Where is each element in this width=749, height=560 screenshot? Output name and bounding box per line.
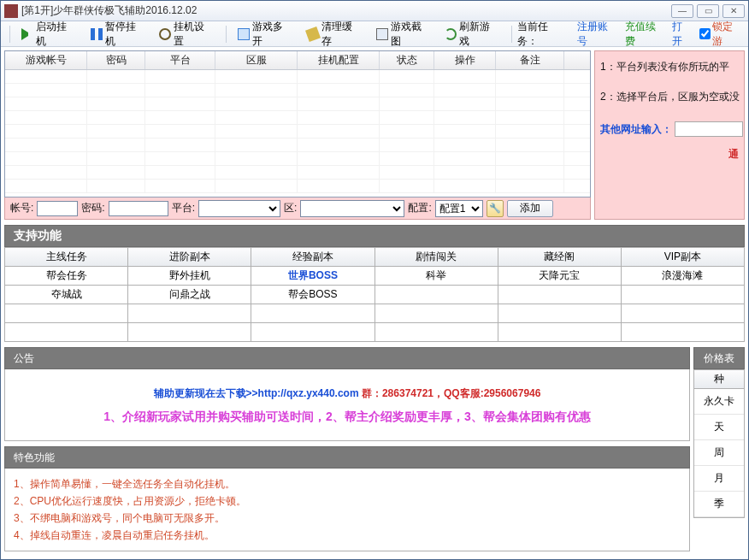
price-row: 周 xyxy=(694,440,744,466)
feature-cell: VIP副本 xyxy=(622,248,745,267)
price-header: 价格表 xyxy=(693,347,745,369)
column-header[interactable]: 游戏帐号 xyxy=(5,51,87,69)
close-button[interactable]: ✕ xyxy=(722,4,745,18)
feature-cell xyxy=(375,286,498,304)
feature-cell xyxy=(5,304,128,323)
refresh-icon xyxy=(445,28,457,40)
support-grid: 主线任务进阶副本经验副本剧情闯关藏经阁VIP副本帮会任务野外挂机世界BOSS科举… xyxy=(4,247,745,342)
maximize-button[interactable]: ▭ xyxy=(697,4,719,18)
column-header[interactable]: 操作 xyxy=(434,51,496,69)
feature-cell xyxy=(375,304,498,323)
feature-cell: 夺城战 xyxy=(5,286,128,304)
price-table: 种永久卡天周月季 xyxy=(693,369,745,518)
hint-pass: 通 xyxy=(600,147,739,162)
feature-cell xyxy=(622,304,745,323)
feature-cell xyxy=(5,323,128,342)
column-header[interactable]: 备注 xyxy=(496,51,564,69)
add-button[interactable]: 添加 xyxy=(507,200,553,217)
hint-1: 1：平台列表没有你所玩的平 xyxy=(600,60,739,74)
feature-cell xyxy=(128,304,251,323)
feature-cell: 问鼎之战 xyxy=(128,286,251,304)
features-body: 1、操作简单易懂，一键全选任务全自动化挂机。2、CPU优化运行速度快，占用资源少… xyxy=(4,469,690,551)
feature-cell xyxy=(498,286,622,304)
toolbar: 启动挂机 暂停挂机 挂机设置 游戏多开 清理缓存 游戏截图 刷新游戏 当前任务：… xyxy=(1,21,748,47)
price-row: 月 xyxy=(694,466,744,492)
price-row: 天 xyxy=(694,415,744,440)
settings-button[interactable]: 挂机设置 xyxy=(153,16,221,52)
start-button[interactable]: 启动挂机 xyxy=(15,16,83,52)
support-header: 支持功能 xyxy=(4,225,745,247)
column-header[interactable]: 平台 xyxy=(145,51,215,69)
feature-cell: 浪漫海滩 xyxy=(622,267,745,286)
feature-cell: 世界BOSS xyxy=(251,267,374,286)
hint-panel: 1：平台列表没有你所玩的平 2：选择平台后，区服为空或没 其他网址输入： 通 xyxy=(594,50,745,220)
price-row: 季 xyxy=(694,492,744,517)
feature-cell: 野外挂机 xyxy=(128,267,251,286)
download-link[interactable]: http://qxz.yx440.com xyxy=(258,387,359,399)
current-task-label: 当前任务： xyxy=(517,20,569,49)
other-url-input[interactable] xyxy=(675,121,743,137)
notice-body: 辅助更新现在去下载>>http://qxz.yx440.com 群：286374… xyxy=(4,369,690,441)
accounts-table: 游戏帐号密码平台区服挂机配置状态操作备注 xyxy=(4,50,591,197)
recharge-link[interactable]: 充值续费 xyxy=(625,20,666,49)
minimize-button[interactable]: — xyxy=(671,4,693,18)
refresh-button[interactable]: 刷新游戏 xyxy=(439,16,506,52)
copy-icon xyxy=(238,28,250,40)
feature-cell xyxy=(251,304,374,323)
column-header[interactable]: 区服 xyxy=(215,51,298,69)
password-input[interactable] xyxy=(109,201,168,216)
feature-cell xyxy=(375,323,498,342)
feature-cell: 主线任务 xyxy=(5,248,128,267)
multi-open-button[interactable]: 游戏多开 xyxy=(232,16,299,52)
table-body[interactable] xyxy=(5,70,590,197)
feature-cell: 剧情闯关 xyxy=(375,248,498,267)
column-header[interactable]: 挂机配置 xyxy=(298,51,380,69)
feature-cell xyxy=(498,304,622,323)
open-link[interactable]: 打开 xyxy=(672,20,693,49)
notice-header: 公告 xyxy=(4,347,690,369)
url-label: 其他网址输入： xyxy=(600,123,672,135)
column-header[interactable]: 状态 xyxy=(380,51,434,69)
price-row: 永久卡 xyxy=(694,389,744,415)
feature-cell: 藏经阁 xyxy=(498,248,622,267)
account-input[interactable] xyxy=(37,201,78,216)
column-header[interactable]: 密码 xyxy=(87,51,145,69)
camera-icon xyxy=(376,28,388,40)
feature-cell: 经验副本 xyxy=(251,248,374,267)
play-icon xyxy=(21,28,33,40)
lock-checkbox-input[interactable] xyxy=(699,28,711,39)
feature-cell: 帮会任务 xyxy=(5,267,128,286)
feature-cell: 天降元宝 xyxy=(498,267,622,286)
config-select[interactable]: 配置1 xyxy=(435,200,483,217)
feature-cell: 进阶副本 xyxy=(128,248,251,267)
hint-2: 2：选择平台后，区服为空或没 xyxy=(600,90,739,104)
feature-cell xyxy=(128,323,251,342)
feature-cell xyxy=(498,323,622,342)
register-link[interactable]: 注册账号 xyxy=(577,20,618,49)
feature-cell xyxy=(622,323,745,342)
config-tool-button[interactable]: 🔧 xyxy=(487,200,504,217)
screenshot-button[interactable]: 游戏截图 xyxy=(370,16,438,52)
add-account-bar: 帐号: 密码: 平台: 区: 配置: 配置1 🔧 添加 xyxy=(4,197,591,220)
clear-cache-button[interactable]: 清理缓存 xyxy=(301,16,369,52)
lock-checkbox[interactable]: 锁定游 xyxy=(699,20,743,49)
feature-cell xyxy=(251,323,374,342)
feature-cell: 科举 xyxy=(375,267,498,286)
features-header: 特色功能 xyxy=(4,446,690,469)
pause-button[interactable]: 暂停挂机 xyxy=(85,16,152,52)
gear-icon xyxy=(159,28,171,40)
platform-select[interactable] xyxy=(198,200,280,217)
pause-icon xyxy=(91,28,103,40)
zone-select[interactable] xyxy=(300,200,404,217)
brush-icon xyxy=(305,27,321,42)
feature-cell: 帮会BOSS xyxy=(251,286,374,304)
feature-cell xyxy=(622,286,745,304)
